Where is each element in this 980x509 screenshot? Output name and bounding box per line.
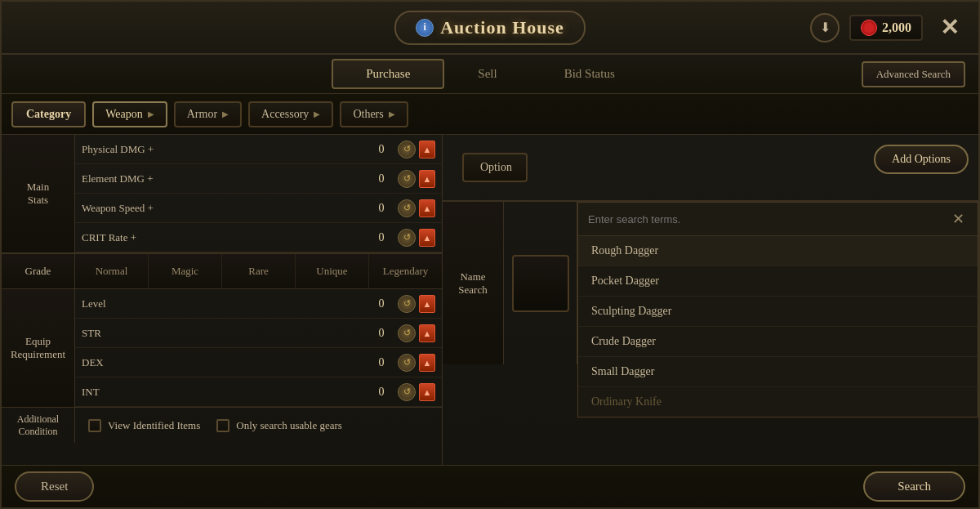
- search-usable-gears[interactable]: Only search usable gears: [216, 419, 342, 432]
- tab-bid-status[interactable]: Bid Status: [531, 60, 648, 88]
- search-close-button[interactable]: ✕: [948, 209, 968, 229]
- stat-row-physical: Physical DMG + 0 ↺ ▲: [75, 135, 442, 164]
- up-btn-element[interactable]: ▲: [419, 170, 435, 188]
- others-arrow: ▶: [389, 109, 395, 118]
- info-icon: i: [416, 19, 434, 37]
- stat-controls-level: ↺ ▲: [398, 295, 435, 313]
- close-button[interactable]: ✕: [933, 11, 965, 44]
- search-result-sculpting-dagger[interactable]: Sculpting Dagger: [578, 297, 978, 327]
- accessory-arrow: ▶: [314, 109, 320, 118]
- search-result-small-dagger[interactable]: Small Dagger: [578, 357, 978, 387]
- stat-controls-crit: ↺ ▲: [398, 229, 435, 247]
- stat-row-weapon-speed: Weapon Speed + 0 ↺ ▲: [75, 194, 442, 223]
- tab-sell[interactable]: Sell: [444, 60, 530, 88]
- up-btn-str[interactable]: ▲: [419, 324, 435, 342]
- grade-options: Normal Magic Rare Unique Legendary: [75, 254, 442, 288]
- stat-value-element: 0: [365, 172, 398, 185]
- stat-value-int: 0: [365, 386, 398, 399]
- tab-purchase[interactable]: Purchase: [332, 59, 444, 89]
- up-btn-physical[interactable]: ▲: [419, 141, 435, 159]
- main-stats-content: Physical DMG + 0 ↺ ▲ Element DMG + 0 ↺ ▲: [75, 135, 442, 252]
- stat-label-element: Element DMG +: [82, 172, 365, 185]
- up-btn-weapon-speed[interactable]: ▲: [419, 199, 435, 217]
- reset-icon-int[interactable]: ↺: [398, 383, 416, 401]
- stat-label-str: STR: [82, 327, 365, 340]
- grade-normal[interactable]: Normal: [75, 254, 149, 288]
- right-panel: Option Add Options NameSearch: [443, 135, 978, 468]
- search-result-pocket-dagger[interactable]: Pocket Dagger: [578, 266, 978, 297]
- search-dropdown: ✕ Rough Dagger Pocket Dagger Sculpting D…: [577, 202, 978, 417]
- reset-icon-str[interactable]: ↺: [398, 324, 416, 342]
- currency-icon: [861, 20, 877, 36]
- up-btn-int[interactable]: ▲: [419, 383, 435, 401]
- up-btn-level[interactable]: ▲: [419, 295, 435, 313]
- grade-section: Grade Normal Magic Rare Unique L: [2, 253, 442, 289]
- reset-icon-crit[interactable]: ↺: [398, 229, 416, 247]
- add-options-button[interactable]: Add Options: [874, 145, 969, 174]
- checkbox-identified[interactable]: [88, 419, 101, 432]
- advanced-search-button[interactable]: Advanced Search: [862, 61, 965, 87]
- stat-controls-dex: ↺ ▲: [398, 354, 435, 372]
- search-input[interactable]: [588, 213, 948, 225]
- grade-unique[interactable]: Unique: [296, 254, 369, 288]
- stat-controls-weapon-speed: ↺ ▲: [398, 199, 435, 217]
- stat-row-level: Level 0 ↺ ▲: [75, 289, 442, 319]
- search-result-crude-dagger[interactable]: Crude Dagger: [578, 327, 978, 357]
- grade-legendary[interactable]: Legendary: [369, 254, 442, 288]
- grade-magic[interactable]: Magic: [149, 254, 222, 288]
- up-btn-dex[interactable]: ▲: [419, 354, 435, 372]
- item-thumbnail-area: [504, 202, 577, 364]
- stat-controls-element: ↺ ▲: [398, 170, 435, 188]
- stat-row-element: Element DMG + 0 ↺ ▲: [75, 164, 442, 194]
- download-button[interactable]: ⬇: [810, 13, 840, 42]
- stat-value-str: 0: [365, 327, 398, 340]
- window-title: Auction House: [440, 17, 564, 38]
- main-stats-section: MainStats Physical DMG + 0 ↺ ▲ Element D…: [2, 135, 442, 253]
- tabs-row: Purchase Sell Bid Status Advanced Search: [2, 55, 978, 94]
- currency-amount: 2,000: [882, 20, 911, 35]
- stat-controls-physical: ↺ ▲: [398, 141, 435, 159]
- bottom-bar: Reset Search: [2, 465, 978, 507]
- left-panel: MainStats Physical DMG + 0 ↺ ▲ Element D…: [2, 135, 443, 468]
- stat-row-str: STR 0 ↺ ▲: [75, 319, 442, 348]
- header-controls: ⬇ 2,000 ✕: [810, 11, 965, 44]
- up-btn-crit[interactable]: ▲: [419, 229, 435, 247]
- reset-icon-element[interactable]: ↺: [398, 170, 416, 188]
- grade-rare[interactable]: Rare: [222, 254, 296, 288]
- category-label: Category: [11, 101, 86, 127]
- category-armor[interactable]: Armor ▶: [174, 101, 242, 127]
- search-button[interactable]: Search: [863, 471, 965, 502]
- category-others[interactable]: Others ▶: [340, 101, 408, 127]
- equip-req-label: EquipRequirement: [2, 289, 75, 407]
- title-wrap: i Auction House: [394, 11, 586, 45]
- stat-value-crit: 0: [365, 231, 398, 244]
- view-identified-items[interactable]: View Identified Items: [88, 419, 200, 432]
- additional-options: View Identified Items Only search usable…: [75, 419, 355, 432]
- stat-row-crit: CRIT Rate + 0 ↺ ▲: [75, 223, 442, 252]
- stat-value-dex: 0: [365, 356, 398, 369]
- category-row: Category Weapon ▶ Armor ▶ Accessory ▶ Ot…: [2, 94, 978, 135]
- search-result-rough-dagger[interactable]: Rough Dagger: [578, 236, 978, 266]
- category-weapon[interactable]: Weapon ▶: [92, 101, 167, 127]
- additional-condition: AdditionalCondition View Identified Item…: [2, 407, 442, 443]
- reset-icon-dex[interactable]: ↺: [398, 354, 416, 372]
- stat-controls-int: ↺ ▲: [398, 383, 435, 401]
- reset-icon-weapon-speed[interactable]: ↺: [398, 199, 416, 217]
- category-accessory[interactable]: Accessory ▶: [248, 101, 333, 127]
- checkbox-usable[interactable]: [216, 419, 229, 432]
- stat-value-physical: 0: [365, 143, 398, 156]
- option-button[interactable]: Option: [462, 153, 528, 182]
- stat-value-level: 0: [365, 297, 398, 310]
- currency-display: 2,000: [849, 15, 923, 41]
- stat-label-dex: DEX: [82, 356, 365, 369]
- reset-button[interactable]: Reset: [15, 471, 94, 502]
- main-stats-label: MainStats: [2, 135, 75, 252]
- reset-icon-level[interactable]: ↺: [398, 295, 416, 313]
- search-result-ordinary-knife[interactable]: Ordinary Knife: [578, 387, 978, 417]
- stat-label-level: Level: [82, 297, 365, 310]
- name-search-label: NameSearch: [443, 202, 504, 364]
- grade-label: Grade: [2, 254, 75, 288]
- reset-icon-physical[interactable]: ↺: [398, 141, 416, 159]
- stat-value-weapon-speed: 0: [365, 202, 398, 215]
- stat-label-int: INT: [82, 386, 365, 399]
